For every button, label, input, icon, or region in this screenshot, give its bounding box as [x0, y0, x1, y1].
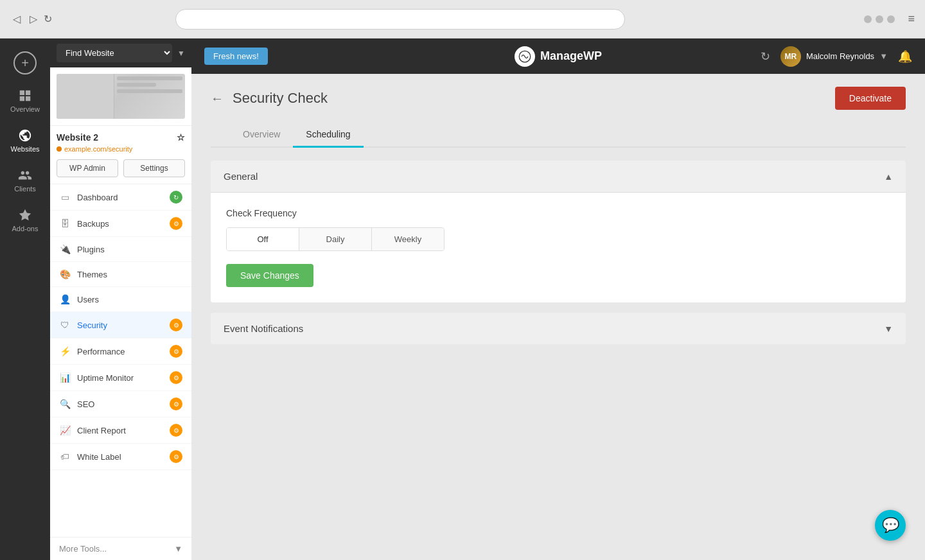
white-label-badge: ⚙ — [170, 450, 182, 463]
general-section-content: Check Frequency Off Daily Weekly Save Ch… — [211, 192, 906, 302]
page-title: Security Check — [233, 90, 328, 107]
navbar-refresh-icon[interactable]: ↻ — [761, 49, 770, 64]
sidebar-item-clients[interactable]: Clients — [0, 161, 50, 200]
sidebar-item-uptime-monitor[interactable]: 📊 Uptime Monitor ⚙ — [50, 365, 191, 391]
app-wrapper: + Overview Websites Clients Add-ons Find… — [0, 39, 925, 560]
dot-2 — [876, 15, 883, 23]
sidebar-item-client-report[interactable]: 📈 Client Report ⚙ — [50, 417, 191, 444]
deactivate-button[interactable]: Deactivate — [835, 87, 906, 110]
save-changes-button[interactable]: Save Changes — [226, 264, 313, 287]
dashboard-label: Dashboard — [77, 193, 118, 202]
more-tools-chevron: ▼ — [174, 544, 182, 554]
page-header: ← Security Check Deactivate — [191, 74, 925, 110]
main-area: Fresh news! ManageWP ↻ MR Malcolm Reynol… — [191, 39, 925, 560]
themes-label: Themes — [77, 270, 107, 279]
content-area: General Check Frequency Off Daily Weekly… — [191, 148, 925, 560]
client-report-badge: ⚙ — [170, 424, 182, 437]
freq-daily-button[interactable]: Daily — [299, 228, 372, 250]
svg-rect-0 — [20, 91, 24, 95]
uptime-badge: ⚙ — [170, 371, 182, 384]
browser-menu-icon[interactable]: ≡ — [908, 12, 915, 26]
general-section-header[interactable]: General — [211, 161, 906, 192]
sidebar-item-security[interactable]: 🛡 Security ⚙ — [50, 312, 191, 338]
url-status-dot — [57, 146, 62, 152]
sidebar-nav: ▭ Dashboard ↻ 🗄 Backups ⚙ 🔌 Plugins 🎨 Th… — [50, 184, 191, 537]
website-preview — [50, 67, 191, 126]
preview-line-2 — [117, 83, 156, 87]
performance-label: Performance — [77, 347, 125, 356]
plugins-label: Plugins — [77, 245, 105, 254]
client-report-label: Client Report — [77, 426, 126, 435]
security-icon: 🛡 — [59, 319, 71, 331]
tab-scheduling-label: Scheduling — [306, 129, 350, 139]
seo-icon: 🔍 — [59, 398, 71, 410]
preview-left-panel — [57, 74, 114, 119]
white-label-label: White Label — [77, 452, 121, 462]
chat-bubble[interactable]: 💬 — [875, 510, 906, 541]
user-name: Malcolm Reynolds — [806, 51, 874, 61]
website-url-text: example.com/security — [64, 145, 132, 153]
users-label: Users — [77, 295, 99, 304]
sidebar-item-websites[interactable]: Websites — [0, 121, 50, 161]
browser-dots — [864, 15, 895, 23]
preview-image — [57, 74, 185, 119]
plugins-icon: 🔌 — [59, 243, 71, 255]
back-nav-button[interactable]: ◁ — [10, 10, 23, 28]
wp-admin-button[interactable]: WP Admin — [57, 159, 118, 177]
star-icon[interactable]: ☆ — [177, 132, 185, 143]
address-bar[interactable] — [175, 9, 625, 30]
svg-rect-2 — [20, 96, 24, 101]
sidebar-item-backups[interactable]: 🗄 Backups ⚙ — [50, 211, 191, 237]
main-content: ← Security Check Deactivate Overview Sch… — [191, 74, 925, 560]
event-notifications-expand-icon — [884, 324, 893, 334]
sidebar-item-dashboard[interactable]: ▭ Dashboard ↻ — [50, 184, 191, 211]
sidebar-item-seo[interactable]: 🔍 SEO ⚙ — [50, 391, 191, 417]
general-section-title: General — [224, 171, 258, 182]
preview-line-3 — [117, 89, 182, 93]
website-name-text: Website 2 — [57, 132, 98, 143]
settings-button[interactable]: Settings — [123, 159, 185, 177]
forward-nav-button[interactable]: ▷ — [27, 10, 40, 28]
tab-overview[interactable]: Overview — [230, 123, 293, 148]
backups-badge: ⚙ — [170, 217, 182, 230]
back-button[interactable]: ← — [211, 91, 224, 106]
more-tools-label: More Tools... — [59, 544, 107, 554]
security-label: Security — [77, 320, 107, 330]
browser-refresh-icon: ↻ — [44, 13, 52, 25]
website-actions: WP Admin Settings — [57, 159, 185, 177]
general-collapse-icon — [884, 171, 893, 182]
performance-badge: ⚙ — [170, 345, 182, 358]
add-button[interactable]: + — [13, 51, 37, 74]
website-name: Website 2 ☆ — [57, 132, 185, 143]
notification-bell-icon[interactable]: 🔔 — [898, 49, 912, 64]
user-menu[interactable]: MR Malcolm Reynolds ▼ — [780, 46, 888, 67]
sidebar-item-add-ons[interactable]: Add-ons — [0, 200, 50, 240]
freq-off-button[interactable]: Off — [227, 228, 299, 250]
frequency-button-group: Off Daily Weekly — [226, 227, 445, 251]
find-website-select[interactable]: Find Website — [57, 44, 172, 62]
tabs-container: Overview Scheduling — [211, 116, 906, 148]
uptime-label: Uptime Monitor — [77, 373, 134, 383]
sidebar-item-overview[interactable]: Overview — [0, 81, 50, 121]
top-navbar: Fresh news! ManageWP ↻ MR Malcolm Reynol… — [191, 39, 925, 74]
more-tools[interactable]: More Tools... ▼ — [50, 537, 191, 560]
tab-scheduling[interactable]: Scheduling — [293, 123, 363, 148]
tab-overview-label: Overview — [243, 129, 280, 139]
sidebar-item-white-label[interactable]: 🏷 White Label ⚙ — [50, 444, 191, 470]
event-notifications-section: Event Notifications — [211, 313, 906, 344]
sidebar-item-themes[interactable]: 🎨 Themes — [50, 262, 191, 287]
client-report-icon: 📈 — [59, 424, 71, 436]
general-section: General Check Frequency Off Daily Weekly… — [211, 161, 906, 302]
seo-label: SEO — [77, 399, 94, 409]
sidebar-item-plugins[interactable]: 🔌 Plugins — [50, 237, 191, 262]
browser-nav: ◁ ▷ ↻ — [10, 10, 52, 28]
check-frequency-label: Check Frequency — [226, 208, 890, 218]
sidebar-item-users[interactable]: 👤 Users — [50, 287, 191, 312]
freq-weekly-button[interactable]: Weekly — [372, 228, 444, 250]
navbar-logo: ManageWP — [515, 46, 602, 67]
add-ons-rail-label: Add-ons — [12, 225, 39, 232]
sidebar: Find Website ▼ Website 2 ☆ example — [50, 39, 191, 560]
sidebar-item-performance[interactable]: ⚡ Performance ⚙ — [50, 338, 191, 365]
event-notifications-header[interactable]: Event Notifications — [211, 313, 906, 344]
fresh-news-button[interactable]: Fresh news! — [204, 48, 268, 65]
